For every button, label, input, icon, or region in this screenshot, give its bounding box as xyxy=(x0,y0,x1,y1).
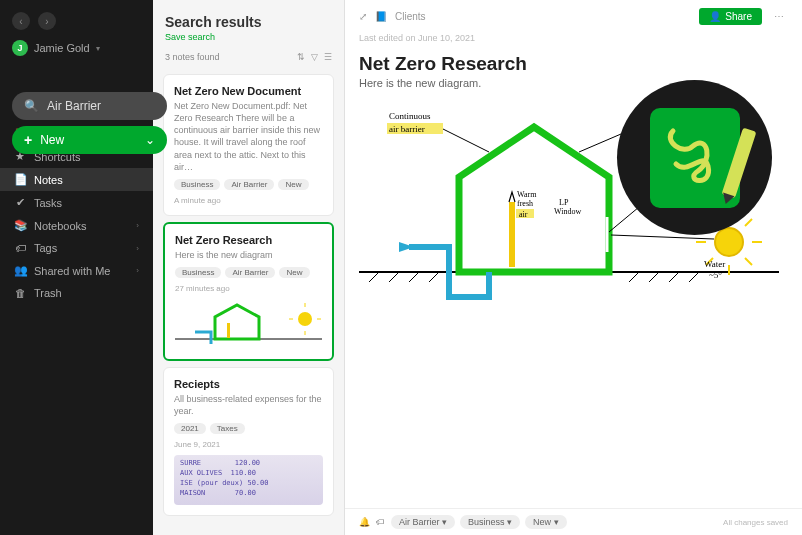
svg-text:Warm: Warm xyxy=(517,190,537,199)
card-snippet: All business-related expenses for the ye… xyxy=(174,393,323,417)
tag-icon[interactable]: 🏷 xyxy=(376,517,385,527)
nav-icon: 🗑 xyxy=(14,287,26,299)
sidebar-item-notes[interactable]: 📄Notes xyxy=(0,168,153,191)
user-menu[interactable]: J Jamie Gold ▾ xyxy=(0,34,153,62)
sidebar-item-shared-with-me[interactable]: 👥Shared with Me› xyxy=(0,259,153,282)
sort-icon[interactable]: ⇅ xyxy=(297,52,305,62)
share-button[interactable]: 👤 Share xyxy=(699,8,762,25)
card-title: Reciepts xyxy=(174,378,323,390)
user-name: Jamie Gold xyxy=(34,42,90,54)
card-tag: Air Barrier xyxy=(225,267,275,278)
plus-icon: + xyxy=(24,132,32,148)
svg-rect-16 xyxy=(509,202,515,267)
reminder-icon[interactable]: 🔔 xyxy=(359,517,370,527)
card-time: 27 minutes ago xyxy=(175,284,322,293)
note-title[interactable]: Net Zero Research xyxy=(345,43,802,77)
note-tag[interactable]: New ▾ xyxy=(525,515,567,529)
expand-icon[interactable]: ⤢ xyxy=(359,11,367,22)
svg-line-15 xyxy=(689,272,699,282)
svg-text:air: air xyxy=(519,210,528,219)
nav-back-button[interactable]: ‹ xyxy=(12,12,30,30)
card-tag: Business xyxy=(175,267,221,278)
svg-line-8 xyxy=(369,272,379,282)
person-icon: 👤 xyxy=(709,11,721,22)
card-tag: Taxes xyxy=(210,423,245,434)
results-count: 3 notes found xyxy=(165,52,220,62)
notebook-name[interactable]: Clients xyxy=(395,11,426,22)
svg-line-28 xyxy=(439,127,489,152)
result-card[interactable]: Net Zero ResearchHere is the new diagram… xyxy=(163,222,334,361)
sketch-badge xyxy=(617,80,772,235)
card-thumbnail xyxy=(175,299,322,349)
card-snippet: Here is the new diagram xyxy=(175,249,322,261)
svg-line-24 xyxy=(745,219,752,226)
nav-icon: 📚 xyxy=(14,219,26,232)
svg-rect-6 xyxy=(227,323,230,338)
scribble-icon xyxy=(658,116,732,200)
svg-text:air barrier: air barrier xyxy=(389,124,425,134)
avatar: J xyxy=(12,40,28,56)
card-time: June 9, 2021 xyxy=(174,440,323,449)
card-tag: New xyxy=(279,267,309,278)
card-tag: Air Barrier xyxy=(224,179,274,190)
svg-text:Window: Window xyxy=(554,207,581,216)
search-results-column: Search results Save search 3 notes found… xyxy=(153,0,345,535)
nav-icon: ✔ xyxy=(14,196,26,209)
more-icon[interactable]: ⋯ xyxy=(770,11,788,22)
nav-icon: 🏷 xyxy=(14,242,26,254)
save-search-link[interactable]: Save search xyxy=(165,32,215,42)
sidebar-item-notebooks[interactable]: 📚Notebooks› xyxy=(0,214,153,237)
card-title: Net Zero Research xyxy=(175,234,322,246)
search-input[interactable]: 🔍 Air Barrier xyxy=(12,92,167,120)
svg-line-27 xyxy=(611,235,714,239)
card-tag: Business xyxy=(174,179,220,190)
note-editor: ⤢ 📘 Clients 👤 Share ⋯ Last edited on Jun… xyxy=(345,0,802,535)
svg-text:~5°: ~5° xyxy=(709,270,722,280)
svg-line-30 xyxy=(609,207,639,232)
last-edited-label: Last edited on June 10, 2021 xyxy=(345,33,802,43)
search-icon: 🔍 xyxy=(24,99,39,113)
chevron-right-icon: › xyxy=(136,221,139,230)
chevron-down-icon: ⌄ xyxy=(145,133,155,147)
card-thumbnail: SURRE 120.00AUX OLIVES 110.00ISE (pour d… xyxy=(174,455,323,505)
nav-forward-button[interactable]: › xyxy=(38,12,56,30)
card-tag: New xyxy=(278,179,308,190)
chevron-down-icon: ▾ xyxy=(96,44,100,53)
chevron-right-icon: › xyxy=(136,266,139,275)
svg-line-26 xyxy=(745,258,752,265)
note-tag[interactable]: Air Barrier ▾ xyxy=(391,515,455,529)
card-time: A minute ago xyxy=(174,196,323,205)
svg-point-18 xyxy=(715,228,743,256)
svg-line-11 xyxy=(429,272,439,282)
save-status: All changes saved xyxy=(723,518,788,527)
svg-point-1 xyxy=(298,312,312,326)
results-title: Search results xyxy=(165,14,332,30)
svg-line-12 xyxy=(629,272,639,282)
nav-icon: 📄 xyxy=(14,173,26,186)
svg-text:Water: Water xyxy=(704,259,725,269)
svg-line-14 xyxy=(669,272,679,282)
card-tag: 2021 xyxy=(174,423,206,434)
sidebar-item-tasks[interactable]: ✔Tasks xyxy=(0,191,153,214)
card-snippet: Net Zero New Document.pdf: Net Zero Rese… xyxy=(174,100,323,173)
svg-line-10 xyxy=(409,272,419,282)
svg-text:fresh: fresh xyxy=(517,199,533,208)
search-text: Air Barrier xyxy=(47,99,101,113)
svg-line-9 xyxy=(389,272,399,282)
sidebar-item-trash[interactable]: 🗑Trash xyxy=(0,282,153,304)
sidebar: ‹ › J Jamie Gold ▾ 🏠Home★Shortcuts📄Notes… xyxy=(0,0,153,535)
result-card[interactable]: Net Zero New DocumentNet Zero New Docume… xyxy=(163,74,334,216)
svg-text:Continuous: Continuous xyxy=(389,111,431,121)
notebook-icon: 📘 xyxy=(375,11,387,22)
note-tag[interactable]: Business ▾ xyxy=(460,515,520,529)
nav-icon: 👥 xyxy=(14,264,26,277)
filter-icon[interactable]: ▽ xyxy=(311,52,318,62)
new-button[interactable]: + New ⌄ xyxy=(12,126,167,154)
sidebar-item-tags[interactable]: 🏷Tags› xyxy=(0,237,153,259)
svg-line-13 xyxy=(649,272,659,282)
result-card[interactable]: RecieptsAll business-related expenses fo… xyxy=(163,367,334,516)
chevron-right-icon: › xyxy=(136,244,139,253)
card-title: Net Zero New Document xyxy=(174,85,323,97)
svg-text:LP: LP xyxy=(559,198,569,207)
view-icon[interactable]: ☰ xyxy=(324,52,332,62)
